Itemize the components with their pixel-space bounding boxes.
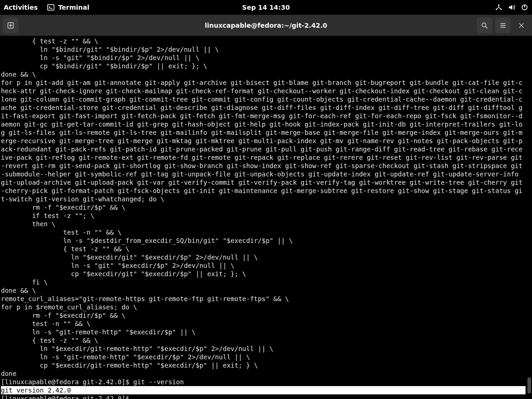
terminal-line: then \ bbox=[1, 220, 526, 228]
terminal-prompt-line[interactable]: [linuxcapable@fedora git-2.42.0]$ bbox=[1, 394, 526, 399]
terminal-line: cp "$execdir/git" "$execdir/$p" || exit;… bbox=[1, 270, 526, 278]
gnome-topbar: Activities Terminal Sep 14 14:30 bbox=[0, 0, 532, 15]
terminal-line: for p in git-add git-am git-annotate git… bbox=[1, 79, 526, 203]
svg-line-8 bbox=[485, 26, 487, 28]
terminal-output-line: git version 2.42.0 bbox=[1, 386, 526, 394]
highlighted-output: git version 2.42.0 bbox=[1, 386, 526, 394]
terminal-line: test -n "" && \ bbox=[1, 228, 526, 236]
terminal-line: ln -s "$destdir_from_execdir_SQ/bin/git"… bbox=[1, 236, 526, 245]
power-icon[interactable] bbox=[521, 4, 528, 11]
search-button[interactable] bbox=[477, 18, 492, 33]
window-title: linuxcapable@fedora:~/git-2.42.0 bbox=[205, 22, 327, 29]
terminal-line: test -n "" && \ bbox=[1, 320, 526, 328]
terminal-line: done && \ bbox=[1, 286, 526, 295]
terminal-line: fi \ bbox=[1, 278, 526, 286]
terminal-prompt-line: [linuxcapable@fedora git-2.42.0]$ git --… bbox=[1, 378, 526, 386]
terminal-line: ln "$bindir/git" "$bindir/$p" 2>/dev/nul… bbox=[1, 45, 526, 54]
terminal-line: rm -f "$execdir/$p" && \ bbox=[1, 311, 526, 320]
volume-icon[interactable] bbox=[508, 4, 515, 11]
new-tab-button[interactable] bbox=[3, 18, 18, 33]
svg-rect-0 bbox=[48, 5, 54, 10]
terminal-line: done bbox=[1, 369, 526, 378]
terminal-line: ln -s "git" "$execdir/$p" 2>/dev/null ||… bbox=[1, 261, 526, 270]
terminal-line: { test -z "" && \ bbox=[1, 336, 526, 345]
terminal-line: { test -z "" && \ bbox=[1, 245, 526, 253]
prompt-prefix: [linuxcapable@fedora git-2.42.0]$ bbox=[1, 378, 133, 386]
scrollbar-thumb[interactable] bbox=[527, 377, 531, 393]
terminal-line: cp "$bindir/git" "$bindir/$p" || exit; }… bbox=[1, 62, 526, 70]
scrollbar-track[interactable] bbox=[526, 36, 532, 399]
network-icon[interactable] bbox=[495, 4, 502, 11]
terminal-line: ln -s "git-remote-http" "$execdir/$p" ||… bbox=[1, 328, 526, 336]
terminal-viewport[interactable]: { test -z "" && \ ln "$bindir/git" "$bin… bbox=[0, 36, 532, 399]
terminal-line: ln "$execdir/git" "$execdir/$p" 2>/dev/n… bbox=[1, 253, 526, 261]
prompt-prefix: [linuxcapable@fedora git-2.42.0]$ bbox=[1, 395, 133, 399]
terminal-line: remote_curl_aliases="git-remote-https gi… bbox=[1, 295, 526, 303]
clock[interactable]: Sep 14 14:30 bbox=[242, 4, 290, 11]
app-indicator[interactable]: Terminal bbox=[47, 4, 90, 11]
terminal-icon bbox=[47, 4, 54, 11]
app-label: Terminal bbox=[58, 4, 90, 11]
terminal-line: done && \ bbox=[1, 70, 526, 79]
command-text: git --version bbox=[133, 378, 184, 386]
terminal-window: linuxcapable@fedora:~/git-2.42.0 { test … bbox=[0, 15, 532, 399]
terminal-line: cp "$execdir/git-remote-http" "$execdir/… bbox=[1, 361, 526, 369]
terminal-line: ln "$execdir/git-remote-http" "$execdir/… bbox=[1, 345, 526, 353]
terminal-line: if test -z ""; \ bbox=[1, 212, 526, 220]
terminal-line: { test -z "" && \ bbox=[1, 37, 526, 45]
close-button[interactable] bbox=[514, 18, 529, 33]
terminal-line: ln -s "git-remote-http" "$execdir/$p" 2>… bbox=[1, 353, 526, 361]
menu-button[interactable] bbox=[495, 18, 511, 33]
terminal-line: rm -f "$execdir/$p" && \ bbox=[1, 203, 526, 212]
window-titlebar: linuxcapable@fedora:~/git-2.42.0 bbox=[0, 15, 532, 36]
activities-button[interactable]: Activities bbox=[4, 4, 38, 11]
terminal-line: for p in $remote_curl_aliases; do \ bbox=[1, 303, 526, 311]
terminal-content[interactable]: { test -z "" && \ ln "$bindir/git" "$bin… bbox=[0, 36, 526, 399]
terminal-line: ln -s "git" "$bindir/$p" 2>/dev/null || … bbox=[1, 54, 526, 62]
